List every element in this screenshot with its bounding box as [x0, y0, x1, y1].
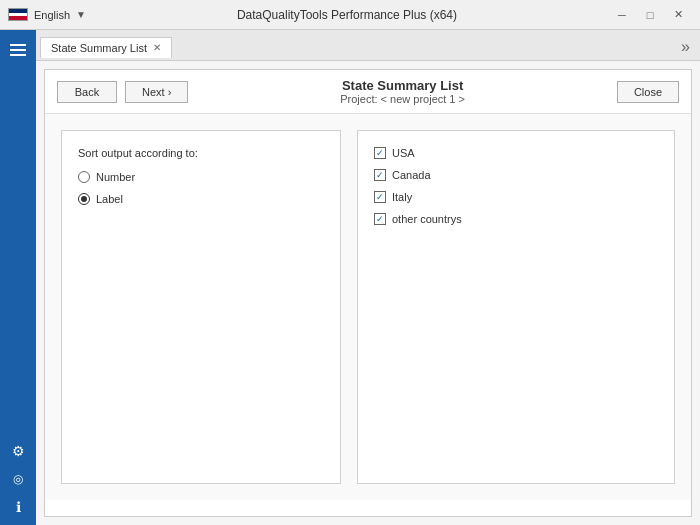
- country-italy-label: Italy: [392, 191, 412, 203]
- app-layout: ⚙ ◎ ℹ State Summary List ✕ » Back Next ›: [0, 30, 700, 525]
- wizard-subtitle: Project: < new project 1 >: [196, 93, 609, 105]
- title-bar: English ▼ DataQualityTools Performance P…: [0, 0, 700, 30]
- sidebar: ⚙ ◎ ℹ: [0, 30, 36, 525]
- country-usa-label: USA: [392, 147, 415, 159]
- countries-checkbox-list: ✓ USA ✓ Canada ✓ Italy ✓: [374, 147, 658, 225]
- country-italy-checkbox[interactable]: ✓: [374, 191, 386, 203]
- tab-bar: State Summary List ✕ »: [36, 30, 700, 61]
- title-bar-left: English ▼: [8, 8, 86, 21]
- country-other-label: other countrys: [392, 213, 462, 225]
- language-dropdown-arrow[interactable]: ▼: [76, 9, 86, 20]
- wizard-area: Back Next › State Summary List Project: …: [44, 69, 692, 517]
- wizard-title: State Summary List: [196, 78, 609, 93]
- sort-panel: Sort output according to: Number Label: [61, 130, 341, 484]
- country-canada-item[interactable]: ✓ Canada: [374, 169, 658, 181]
- sidebar-menu-button[interactable]: [4, 38, 32, 62]
- sidebar-bottom-icons: ⚙ ◎ ℹ: [8, 441, 28, 525]
- close-button[interactable]: Close: [617, 81, 679, 103]
- sort-label-radio[interactable]: [78, 193, 90, 205]
- minimize-button[interactable]: ─: [608, 5, 636, 25]
- country-other-checkbox[interactable]: ✓: [374, 213, 386, 225]
- country-canada-checkbox[interactable]: ✓: [374, 169, 386, 181]
- sort-number-label: Number: [96, 171, 135, 183]
- language-flag: [8, 8, 28, 21]
- info-icon[interactable]: ℹ: [8, 497, 28, 517]
- main-content: State Summary List ✕ » Back Next › State…: [36, 30, 700, 525]
- wizard-footer: [45, 500, 691, 516]
- sort-panel-title: Sort output according to:: [78, 147, 324, 159]
- app-title: DataQualityTools Performance Plus (x64): [86, 8, 608, 22]
- menu-line-1: [10, 44, 26, 46]
- tab-label: State Summary List: [51, 42, 147, 54]
- tab-state-summary-list[interactable]: State Summary List ✕: [40, 37, 172, 58]
- menu-line-3: [10, 54, 26, 56]
- wizard-body: Sort output according to: Number Label: [45, 114, 691, 500]
- country-italy-item[interactable]: ✓ Italy: [374, 191, 658, 203]
- tab-close-button[interactable]: ✕: [153, 43, 161, 53]
- menu-line-2: [10, 49, 26, 51]
- sort-number-option[interactable]: Number: [78, 171, 324, 183]
- next-button[interactable]: Next ›: [125, 81, 188, 103]
- country-canada-label: Canada: [392, 169, 431, 181]
- back-button[interactable]: Back: [57, 81, 117, 103]
- tab-bar-left: State Summary List ✕: [40, 37, 172, 58]
- gear-icon[interactable]: ⚙: [8, 441, 28, 461]
- wizard-header: Back Next › State Summary List Project: …: [45, 70, 691, 114]
- tab-overflow-button[interactable]: »: [675, 34, 696, 60]
- target-icon[interactable]: ◎: [8, 469, 28, 489]
- sort-radio-group: Number Label: [78, 171, 324, 205]
- country-other-item[interactable]: ✓ other countrys: [374, 213, 658, 225]
- sort-label-option[interactable]: Label: [78, 193, 324, 205]
- country-usa-item[interactable]: ✓ USA: [374, 147, 658, 159]
- language-label[interactable]: English: [34, 9, 70, 21]
- sort-number-radio[interactable]: [78, 171, 90, 183]
- country-usa-checkbox[interactable]: ✓: [374, 147, 386, 159]
- countries-panel: ✓ USA ✓ Canada ✓ Italy ✓: [357, 130, 675, 484]
- window-controls: ─ □ ✕: [608, 5, 692, 25]
- sort-label-label: Label: [96, 193, 123, 205]
- restore-button[interactable]: □: [636, 5, 664, 25]
- wizard-header-center: State Summary List Project: < new projec…: [196, 78, 609, 105]
- close-window-button[interactable]: ✕: [664, 5, 692, 25]
